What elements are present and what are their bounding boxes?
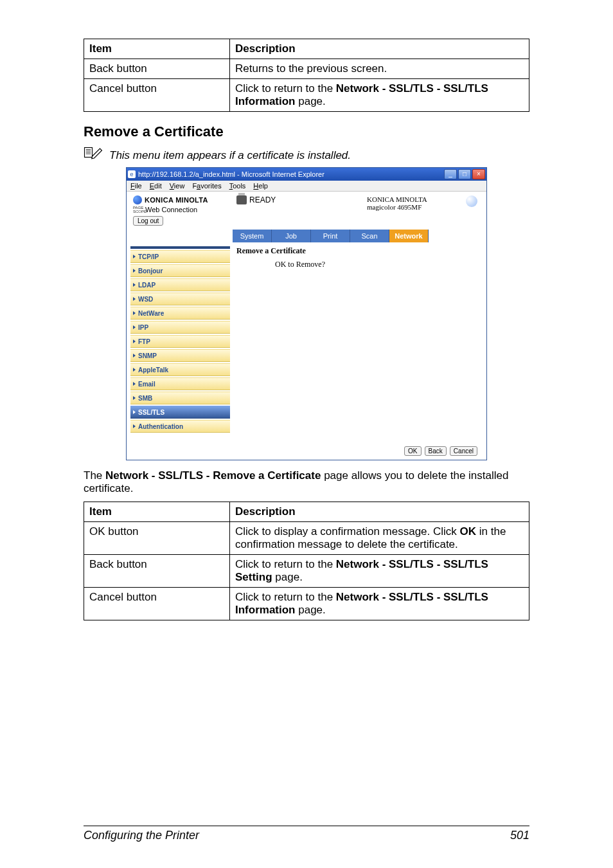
sidebar-item-label: SSL/TLS <box>138 409 164 416</box>
note-row: This menu item appears if a certificate … <box>84 145 529 162</box>
sidebar-item-netware[interactable]: NetWare <box>130 307 230 320</box>
menu-bar: File Edit View Favorites Tools Help <box>127 181 486 192</box>
tab-system[interactable]: System <box>233 230 272 242</box>
sidebar-item-label: AppleTalk <box>138 366 168 374</box>
ie-globe-icon <box>466 195 477 207</box>
t1-r1-desc: Click to return to the Network - SSL/TLS… <box>230 79 529 112</box>
text: Click to return to the <box>235 591 336 603</box>
text: page. <box>272 571 303 583</box>
menu-file[interactable]: File <box>130 182 142 190</box>
text: The <box>84 469 105 482</box>
tab-network[interactable]: Network <box>389 230 429 242</box>
text: Click to display a confirmation message.… <box>235 525 460 538</box>
sidebar-item-snmp[interactable]: SNMP <box>130 349 230 362</box>
t1-h1: Item <box>84 39 230 59</box>
menu-tools[interactable]: Tools <box>229 182 246 190</box>
maximize-button[interactable]: □ <box>458 169 471 179</box>
sidebar-item-authentication[interactable]: Authentication <box>130 420 230 433</box>
sidebar-item-label: TCP/IP <box>138 253 159 260</box>
sidebar-item-label: NetWare <box>138 310 164 317</box>
page-number: 501 <box>510 829 529 842</box>
sidebar-item-label: WSD <box>138 296 153 303</box>
table-1: Item Description Back button Returns to … <box>84 39 529 112</box>
sidebar-item-label: FTP <box>138 338 150 345</box>
t2-r1-item: Back button <box>84 555 230 588</box>
t1-r0-item: Back button <box>84 59 230 79</box>
sidebar-item-label: LDAP <box>138 282 155 289</box>
t2-r0-item: OK button <box>84 522 230 555</box>
sidebar-item-bonjour[interactable]: Bonjour <box>130 264 230 277</box>
ie-icon: e <box>128 170 136 178</box>
sidebar-item-appletalk[interactable]: AppleTalk <box>130 363 230 376</box>
status-text: READY <box>249 195 276 204</box>
sidebar-item-ftp[interactable]: FTP <box>130 335 230 348</box>
table-row: Cancel button Click to return to the Net… <box>84 588 529 620</box>
t2-r2-item: Cancel button <box>84 588 230 620</box>
web-connection-label: Web Connection <box>145 206 197 213</box>
tab-scan[interactable]: Scan <box>350 230 389 242</box>
table-row: Back button Click to return to the Netwo… <box>84 555 529 588</box>
window-titlebar: e http://192.168.1.2/a_index.html - Micr… <box>127 168 486 181</box>
brand-text: KONICA MINOLTA <box>145 196 208 204</box>
text: Click to return to the <box>235 558 336 570</box>
sidebar-item-ldap[interactable]: LDAP <box>130 278 230 291</box>
sidebar-item-wsd[interactable]: WSD <box>130 293 230 305</box>
text: page. <box>296 604 326 616</box>
table-row: Back button Returns to the previous scre… <box>84 59 529 79</box>
pagescope-icon: PAGESCOPE <box>133 206 143 213</box>
table-row: OK button Click to display a confirmatio… <box>84 522 529 555</box>
t2-r2-desc: Click to return to the Network - SSL/TLS… <box>230 588 529 620</box>
menu-favorites[interactable]: Favorites <box>192 182 221 190</box>
tab-print[interactable]: Print <box>311 230 350 242</box>
sidebar-item-ipp[interactable]: IPP <box>130 321 230 334</box>
main-panel-prompt: OK to Remove? <box>275 260 480 269</box>
ok-button[interactable]: OK <box>404 446 421 456</box>
minimize-button[interactable]: _ <box>444 169 457 179</box>
main-panel-title: Remove a Certificate <box>236 246 480 256</box>
browser-window: e http://192.168.1.2/a_index.html - Micr… <box>126 167 487 460</box>
window-title: http://192.168.1.2/a_index.html - Micros… <box>138 170 324 178</box>
menu-view[interactable]: View <box>170 182 185 190</box>
sidebar-item-ssltls[interactable]: SSL/TLS <box>130 406 230 419</box>
table-row: Cancel button Click to return to the Net… <box>84 79 529 112</box>
sidebar-item-label: Authentication <box>138 423 183 430</box>
sidebar-item-label: SMB <box>138 395 152 402</box>
sidebar-item-smb[interactable]: SMB <box>130 392 230 404</box>
t1-r1-item: Cancel button <box>84 79 230 112</box>
cancel-button[interactable]: Cancel <box>450 446 477 456</box>
t2-h1: Item <box>84 502 230 522</box>
sidebar-item-tcpip[interactable]: TCP/IP <box>130 250 230 263</box>
table-2: Item Description OK button Click to disp… <box>84 502 529 620</box>
sidebar-item-label: IPP <box>138 324 148 331</box>
section-heading: Remove a Certificate <box>84 123 529 140</box>
note-text: This menu item appears if a certificate … <box>109 145 351 162</box>
back-button[interactable]: Back <box>425 446 447 456</box>
tab-job[interactable]: Job <box>272 230 311 242</box>
device-brand: KONICA MINOLTA <box>367 195 463 203</box>
brand-logo: KONICA MINOLTA <box>133 195 233 204</box>
bold-text: Network - SSL/TLS - Remove a Certificate <box>105 469 321 482</box>
menu-edit[interactable]: Edit <box>150 182 162 190</box>
globe-icon <box>133 195 142 204</box>
menu-help[interactable]: Help <box>253 182 268 190</box>
sidebar-item-label: Email <box>138 381 155 388</box>
printer-icon <box>236 195 247 204</box>
t2-h2: Description <box>230 502 529 522</box>
page-footer: Configuring the Printer 501 <box>84 826 529 842</box>
sidebar-item-email[interactable]: Email <box>130 377 230 390</box>
footer-title: Configuring the Printer <box>84 829 199 842</box>
bold-text: OK <box>460 525 477 538</box>
sidebar-item-label: SNMP <box>138 352 157 359</box>
text: Click to return to the <box>235 82 336 95</box>
body-paragraph: The Network - SSL/TLS - Remove a Certifi… <box>84 469 529 495</box>
sidebar: TCP/IP Bonjour LDAP WSD NetWare IPP FTP … <box>127 242 233 437</box>
t2-r0-desc: Click to display a confirmation message.… <box>230 522 529 555</box>
close-button[interactable]: × <box>472 169 485 179</box>
t1-h2: Description <box>230 39 529 59</box>
device-model: magicolor 4695MF <box>367 203 463 211</box>
logout-button[interactable]: Log out <box>133 216 163 226</box>
t2-r1-desc: Click to return to the Network - SSL/TLS… <box>230 555 529 588</box>
note-icon <box>84 145 103 162</box>
sidebar-item-label: Bonjour <box>138 267 163 275</box>
t1-r0-desc: Returns to the previous screen. <box>230 59 529 79</box>
